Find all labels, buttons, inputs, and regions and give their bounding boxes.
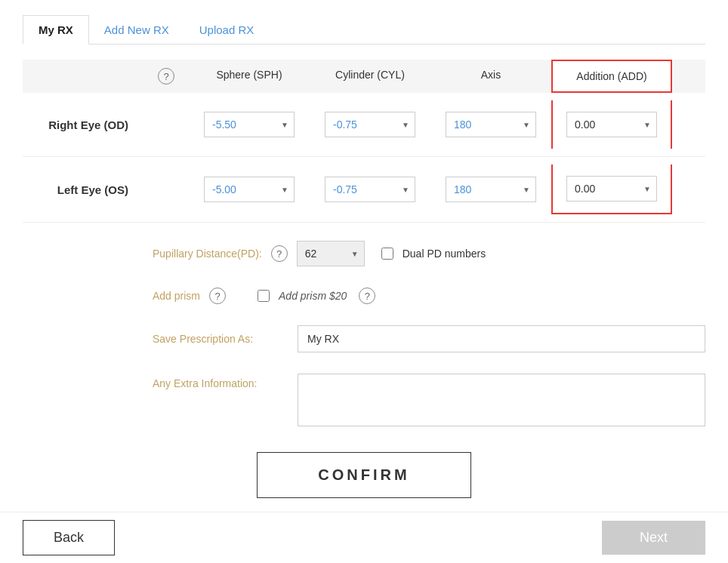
rx-header-row: ? Sphere (SPH) Cylinder (CYL) Axis Addit… (23, 60, 705, 93)
extra-info-row: Any Extra Information: (23, 363, 705, 437)
right-eye-label: Right Eye (OD) (23, 118, 143, 131)
left-eye-sphere-wrap: -5.00-5.25-5.50-4.75 ▼ (204, 177, 295, 202)
dual-pd-label: Dual PD numbers (403, 248, 486, 260)
tab-add-new-rx[interactable]: Add New RX (89, 16, 184, 44)
left-eye-label: Left Eye (OS) (23, 183, 143, 196)
next-button: Next (602, 521, 705, 555)
right-eye-cylinder-select[interactable]: -0.75-0.50-0.250.00 (325, 112, 415, 137)
pd-row: Pupillary Distance(PD): ? 6260616364 ▼ D… (23, 230, 705, 277)
confirm-section: CONFIRM (23, 452, 705, 498)
confirm-button[interactable]: CONFIRM (257, 452, 470, 498)
header-addition: Addition (ADD) (551, 60, 672, 93)
left-eye-addition-select[interactable]: 0.000.250.500.75 (566, 176, 657, 202)
right-eye-axis-wrap: 180175170 ▼ (446, 112, 536, 137)
left-eye-axis-wrap: 180175170 ▼ (446, 177, 536, 202)
save-prescription-label: Save Prescription As: (153, 333, 288, 345)
bottom-nav: Back Next (0, 512, 728, 563)
prism-label: Add prism (153, 290, 200, 302)
prism-row: Add prism ? Add prism $20 ? (23, 277, 705, 315)
prism-cost-label: Add prism $20 (279, 290, 347, 302)
left-eye-cylinder-wrap: -0.75-0.50-0.250.00 ▼ (325, 177, 415, 202)
right-eye-addition-select[interactable]: 0.000.250.500.75 (566, 112, 657, 137)
pd-label: Pupillary Distance(PD): (153, 248, 262, 260)
right-eye-axis-cell: 180175170 ▼ (430, 112, 551, 137)
pd-select[interactable]: 6260616364 (297, 241, 365, 266)
tabs-bar: My RX Add New RX Upload RX (23, 15, 705, 45)
header-sphere: Sphere (SPH) (189, 60, 310, 93)
right-eye-cylinder-cell: -0.75-0.50-0.250.00 ▼ (310, 112, 430, 137)
right-eye-sphere-cell: -5.50-5.25-5.00-4.75 ▼ (189, 112, 310, 137)
prism-help-icon[interactable]: ? (209, 288, 226, 304)
back-button[interactable]: Back (23, 520, 115, 555)
extra-info-label: Any Extra Information: (153, 374, 288, 389)
tab-upload-rx[interactable]: Upload RX (184, 16, 270, 44)
pd-select-wrap: 6260616364 ▼ (297, 241, 365, 266)
row-label-spacer (23, 60, 143, 93)
left-eye-axis-cell: 180175170 ▼ (430, 177, 551, 202)
header-cylinder: Cylinder (CYL) (310, 60, 430, 93)
left-eye-cylinder-select[interactable]: -0.75-0.50-0.250.00 (325, 177, 415, 202)
right-eye-sphere-select[interactable]: -5.50-5.25-5.00-4.75 (204, 112, 295, 137)
save-prescription-input[interactable] (298, 325, 705, 352)
prism-cost-help-icon[interactable]: ? (359, 288, 375, 304)
main-container: My RX Add New RX Upload RX ? Sphere (SPH… (0, 0, 728, 528)
header-help-icon[interactable]: ? (158, 68, 174, 85)
right-eye-cylinder-wrap: -0.75-0.50-0.250.00 ▼ (325, 112, 415, 137)
dual-pd-checkbox[interactable] (381, 248, 393, 260)
right-eye-addition-cell: 0.000.250.500.75 ▼ (551, 100, 672, 149)
right-eye-row: Right Eye (OD) -5.50-5.25-5.00-4.75 ▼ -0… (23, 93, 705, 157)
left-eye-row: Left Eye (OS) -5.00-5.25-5.50-4.75 ▼ -0.… (23, 157, 705, 223)
right-eye-axis-select[interactable]: 180175170 (446, 112, 536, 137)
left-eye-sphere-cell: -5.00-5.25-5.50-4.75 ▼ (189, 177, 310, 202)
tab-my-rx[interactable]: My RX (23, 15, 89, 45)
left-eye-axis-select[interactable]: 180175170 (446, 177, 536, 202)
prism-checkbox[interactable] (258, 290, 270, 302)
left-eye-addition-cell: 0.000.250.500.75 ▼ (551, 165, 672, 214)
left-eye-sphere-select[interactable]: -5.00-5.25-5.50-4.75 (204, 177, 295, 202)
save-prescription-row: Save Prescription As: (23, 315, 705, 363)
pd-help-icon[interactable]: ? (271, 245, 288, 262)
left-eye-addition-wrap: 0.000.250.500.75 ▼ (566, 176, 657, 202)
rx-grid: ? Sphere (SPH) Cylinder (CYL) Axis Addit… (23, 60, 705, 223)
extra-info-textarea[interactable] (298, 374, 705, 426)
header-help-cell: ? (143, 60, 189, 93)
header-axis: Axis (430, 60, 551, 93)
right-eye-addition-wrap: 0.000.250.500.75 ▼ (566, 112, 657, 137)
left-eye-cylinder-cell: -0.75-0.50-0.250.00 ▼ (310, 177, 430, 202)
right-eye-sphere-wrap: -5.50-5.25-5.00-4.75 ▼ (204, 112, 295, 137)
